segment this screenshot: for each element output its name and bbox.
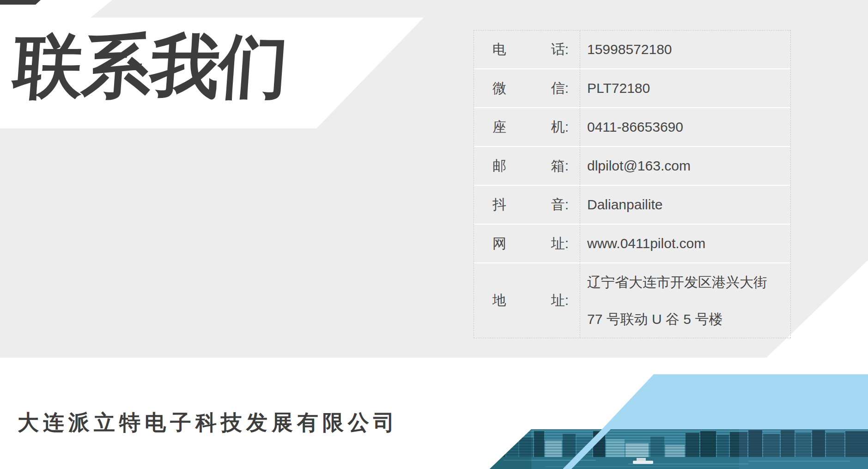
label-char: 座 bbox=[492, 118, 506, 137]
address-line-1: 辽宁省大连市开发区港兴大街 bbox=[587, 264, 767, 301]
row-value: PLT72180 bbox=[580, 69, 790, 107]
label-char: 址: bbox=[551, 234, 569, 253]
slide: 联系我们 电 话: 15998572180 微 信: PLT72180 座 bbox=[0, 0, 868, 469]
row-label: 网 址: bbox=[474, 225, 580, 262]
table-row-website: 网 址: www.0411pilot.com bbox=[474, 225, 790, 263]
table-row-landline: 座 机: 0411-86653690 bbox=[474, 108, 790, 147]
row-label: 座 机: bbox=[474, 108, 580, 146]
row-value: dlpilot@163.com bbox=[580, 147, 790, 185]
label-char: 网 bbox=[492, 234, 506, 253]
label-char: 微 bbox=[492, 79, 506, 98]
table-row-wechat: 微 信: PLT72180 bbox=[474, 69, 790, 108]
row-value: 辽宁省大连市开发区港兴大街 77 号联动 U 谷 5 号楼 bbox=[580, 263, 790, 338]
contact-table: 电 话: 15998572180 微 信: PLT72180 座 机: 0411… bbox=[473, 30, 791, 338]
page-title: 联系我们 bbox=[12, 30, 290, 102]
row-label: 抖 音: bbox=[474, 186, 580, 224]
label-char: 址: bbox=[551, 291, 569, 310]
label-char: 电 bbox=[492, 40, 506, 59]
address-line-2: 77 号联动 U 谷 5 号楼 bbox=[587, 301, 722, 338]
table-row-address: 地 址: 辽宁省大连市开发区港兴大街 77 号联动 U 谷 5 号楼 bbox=[474, 263, 790, 338]
row-value: www.0411pilot.com bbox=[580, 225, 790, 262]
label-char: 音: bbox=[551, 195, 569, 214]
label-char: 抖 bbox=[492, 195, 506, 214]
label-char: 箱: bbox=[551, 157, 569, 176]
row-label: 地 址: bbox=[474, 263, 580, 338]
label-char: 信: bbox=[551, 79, 569, 98]
table-row-douyin: 抖 音: Dalianpailite bbox=[474, 186, 790, 225]
row-label: 邮 箱: bbox=[474, 147, 580, 185]
row-value: Dalianpailite bbox=[580, 186, 790, 224]
label-char: 地 bbox=[492, 291, 506, 310]
cityscape-skyline-graphic bbox=[490, 429, 868, 469]
label-char: 机: bbox=[551, 118, 569, 137]
row-value: 0411-86653690 bbox=[580, 108, 790, 146]
label-char: 话: bbox=[551, 40, 569, 59]
row-label: 微 信: bbox=[474, 69, 580, 107]
company-name: 大连派立特电子科技发展有限公司 bbox=[18, 408, 399, 437]
row-value: 15998572180 bbox=[580, 30, 790, 68]
table-row-phone: 电 话: 15998572180 bbox=[474, 30, 790, 69]
table-row-email: 邮 箱: dlpilot@163.com bbox=[474, 147, 790, 186]
row-label: 电 话: bbox=[474, 30, 580, 68]
label-char: 邮 bbox=[492, 157, 506, 176]
